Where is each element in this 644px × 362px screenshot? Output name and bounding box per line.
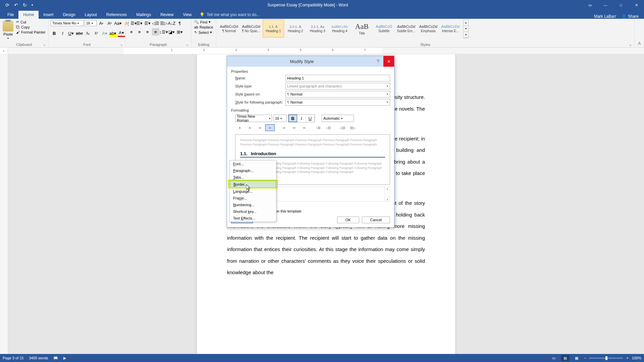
format-painter-button[interactable]: 🖌Format Painter [15, 30, 46, 35]
font-color-icon[interactable]: A▾ [118, 29, 125, 37]
cancel-button[interactable]: Cancel [362, 217, 390, 223]
find-button[interactable]: 🔍Find ▾ [194, 19, 214, 24]
page-indicator[interactable]: Page 3 of 15 [3, 356, 23, 360]
style-item-heading-3[interactable]: 2.1.1. AaHeading 3 [307, 19, 328, 38]
font-name-combo[interactable]: Times New Ro▾ [51, 20, 84, 26]
sort-icon[interactable]: A↓Z [168, 19, 175, 27]
undo-icon[interactable]: ↶ [14, 2, 18, 8]
style-name-input[interactable] [285, 75, 390, 81]
word-count[interactable]: 3405 words [29, 356, 48, 360]
launcher-icon[interactable]: ↘ [629, 43, 632, 47]
line-spacing-icon[interactable]: ↕☰▾ [160, 28, 167, 36]
menu-font[interactable]: Font... [230, 161, 276, 167]
maximize-icon[interactable]: □ [613, 0, 629, 10]
align-right-icon[interactable]: ≡ [144, 28, 151, 36]
based-on-dropdown[interactable]: ¶Normal [285, 91, 390, 98]
macro-icon[interactable]: ▶ [63, 356, 66, 360]
following-dropdown[interactable]: ¶Normal [285, 99, 390, 106]
style-item-heading-1[interactable]: 1.1. AHeading 1 [263, 19, 284, 38]
web-layout-icon[interactable]: ▦ [573, 355, 581, 361]
replace-button[interactable]: abReplace [194, 25, 214, 29]
menu-language[interactable]: Language... [230, 188, 276, 195]
expand-gallery-icon[interactable]: ▾ [464, 32, 468, 38]
copy-button[interactable]: ⿻Copy [15, 25, 46, 29]
font-name-combo[interactable]: Times New Roman▾ [235, 115, 272, 122]
launcher-icon[interactable]: ↘ [186, 43, 189, 47]
align-right-icon[interactable]: ≡ [255, 124, 265, 131]
increase-indent-icon[interactable]: ☰▷ [348, 124, 357, 131]
font-color-combo[interactable]: Automatic▾ [322, 115, 354, 122]
paste-button[interactable]: Paste ▾ [2, 19, 14, 41]
justify-icon[interactable]: ≡ [265, 124, 275, 131]
close-icon[interactable]: ✕ [629, 0, 644, 10]
autosave-icon[interactable]: ⟳ [5, 2, 9, 8]
styles-scroll[interactable]: ▴ ▾ ▾ [463, 19, 469, 38]
tab-references[interactable]: References [102, 11, 131, 19]
shading-icon[interactable]: ◪▾ [168, 28, 175, 36]
bold-icon[interactable]: B [51, 29, 58, 37]
horizontal-ruler[interactable]: 1234567 [8, 48, 644, 54]
tab-home[interactable]: Home [18, 11, 39, 19]
select-button[interactable]: ↖Select ▾ [194, 30, 214, 35]
shrink-font-icon[interactable]: A▾ [106, 19, 113, 27]
read-mode-icon[interactable]: ▭ [550, 355, 558, 361]
tell-me-search[interactable]: 💡 Tell me what you want to do... [196, 11, 263, 19]
double-space-icon[interactable]: ═ [300, 124, 309, 131]
menu-frame[interactable]: Frame... [230, 195, 276, 201]
align-left-icon[interactable]: ≡ [128, 28, 135, 36]
grow-font-icon[interactable]: A▴ [98, 19, 105, 27]
strikethrough-icon[interactable]: abc [76, 29, 83, 37]
dialog-title-bar[interactable]: Modify Style ? ✕ [227, 56, 394, 67]
menu-shortcut[interactable]: Shortcut key... [230, 208, 276, 215]
menu-paragraph[interactable]: Paragraph... [230, 167, 276, 174]
user-name[interactable]: Mark LaBarr [594, 14, 616, 19]
superscript-icon[interactable]: X² [93, 29, 100, 37]
style-item-subtitle[interactable]: AaBbCcDSubtitle [373, 19, 395, 38]
justify-icon[interactable]: ≡ [152, 28, 159, 36]
decrease-indent-icon[interactable]: ◁☰ [338, 124, 347, 131]
highlight-icon[interactable]: ab▾ [109, 29, 117, 37]
zoom-slider[interactable] [589, 358, 623, 359]
font-size-combo[interactable]: 16▾ [85, 20, 97, 26]
style-item---normal[interactable]: AaBbCcDd¶ Normal [218, 19, 240, 38]
align-center-icon[interactable]: ≡ [136, 28, 143, 36]
menu-numbering[interactable]: Numbering... [230, 201, 276, 208]
bold-button[interactable]: B [288, 115, 297, 122]
tab-selector[interactable]: L [0, 48, 8, 54]
menu-tabs[interactable]: Tabs... [230, 174, 276, 181]
font-size-combo[interactable]: 16▾ [273, 115, 287, 122]
tab-layout[interactable]: Layout [80, 11, 102, 19]
increase-indent-icon[interactable]: ☰▷ [160, 19, 167, 27]
collapse-ribbon-icon[interactable]: ᐱ [635, 40, 644, 47]
redo-icon[interactable]: ↻ [23, 2, 27, 8]
tab-review[interactable]: Review [156, 11, 178, 19]
style-item---no-spac---[interactable]: AaBbCcDd¶ No Spac... [240, 19, 262, 38]
help-icon[interactable]: ? [373, 56, 383, 67]
style-item-subtle-em---[interactable]: AaBbCcDdSubtle Em... [395, 19, 417, 38]
vertical-ruler[interactable] [0, 54, 8, 354]
launcher-icon[interactable]: ↘ [120, 43, 123, 47]
cut-button[interactable]: ✂Cut [15, 19, 46, 24]
tab-design[interactable]: Design [58, 11, 80, 19]
style-item-heading-2[interactable]: 2.1.1. AHeading 2 [285, 19, 306, 38]
align-center-icon[interactable]: ≡ [245, 124, 255, 131]
multilevel-icon[interactable]: ☰▾ [144, 19, 151, 27]
italic-button[interactable]: I [297, 115, 306, 122]
launcher-icon[interactable]: ↘ [43, 43, 46, 47]
numbering-icon[interactable]: ☰▾ [136, 19, 143, 27]
tab-view[interactable]: View [178, 11, 197, 19]
decrease-before-icon[interactable]: ↕☰ [324, 124, 333, 131]
change-case-icon[interactable]: Aa▾ [114, 19, 122, 27]
align-left-icon[interactable]: ≡ [235, 124, 245, 131]
style-item-heading-4[interactable]: AaBbCcDcHeading 4 [329, 19, 351, 38]
single-space-icon[interactable]: ═ [279, 124, 289, 131]
bullets-icon[interactable]: ⋮☰▾ [128, 19, 135, 27]
underline-icon[interactable]: U▾ [67, 29, 75, 37]
tab-insert[interactable]: Insert [39, 11, 58, 19]
increase-before-icon[interactable]: ↕☰ [314, 124, 323, 131]
text-effects-icon[interactable]: A▾ [101, 29, 108, 37]
share-button[interactable]: 👤 Share [622, 14, 639, 19]
style-item-title[interactable]: AaBTitle [351, 19, 373, 38]
tab-mailings[interactable]: Mailings [131, 11, 156, 19]
show-marks-icon[interactable]: ¶ [176, 19, 183, 27]
